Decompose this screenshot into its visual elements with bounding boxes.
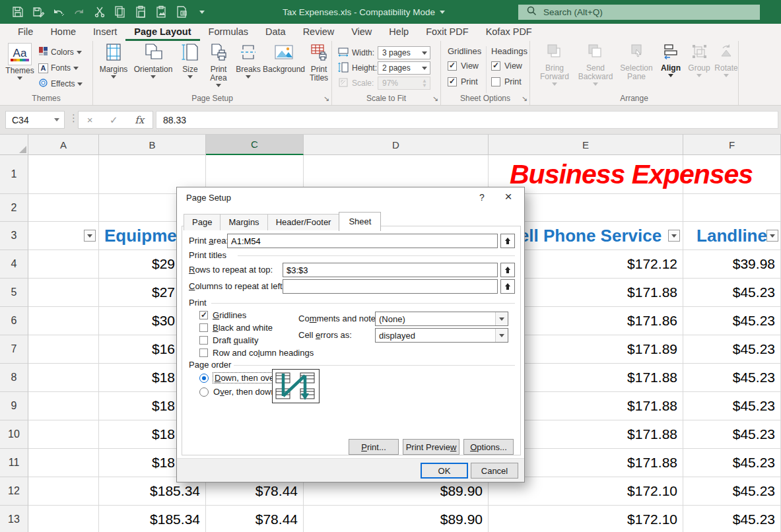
width-select[interactable]: 3 pages (378, 46, 430, 59)
dialog-close-icon[interactable]: × (499, 189, 518, 205)
orientation-button[interactable]: Orientation (130, 43, 176, 79)
tab-file[interactable]: File (9, 24, 42, 41)
cols-repeat-input[interactable] (283, 280, 497, 293)
tab-review[interactable]: Review (294, 24, 343, 41)
cancel-button[interactable]: Cancel (471, 463, 518, 479)
cell-A11[interactable] (28, 449, 99, 477)
print-area-input[interactable] (228, 234, 497, 248)
column-header-E[interactable]: E (489, 135, 683, 155)
row-header-12[interactable]: 12 (0, 477, 28, 506)
filter-dropdown-icon[interactable] (766, 230, 778, 242)
qat-customize-icon[interactable] (195, 5, 209, 19)
dialog-tab-sheet[interactable]: Sheet (339, 212, 381, 231)
cell-F5[interactable]: $45.23 (683, 279, 781, 307)
row-header-11[interactable]: 11 (0, 449, 28, 477)
cell-F7[interactable]: $45.23 (683, 335, 781, 364)
rotate-button[interactable]: Rotate (714, 43, 739, 77)
dialog-help-button[interactable]: ? (474, 190, 490, 205)
row-header-8[interactable]: 8 (0, 364, 28, 392)
print-area-button[interactable]: Print Area (203, 43, 234, 87)
cell-D13[interactable]: $89.90 (304, 506, 489, 532)
tab-page-layout[interactable]: Page Layout (125, 24, 199, 41)
rows-repeat-collapse-button[interactable] (500, 263, 515, 277)
cell-E13[interactable]: $172.10 (489, 506, 683, 532)
row-header-1[interactable]: 1 (0, 155, 28, 194)
background-button[interactable]: Background (262, 43, 306, 74)
black-and-white-checkbox[interactable]: Black and white (199, 323, 273, 333)
row-header-7[interactable]: 7 (0, 335, 28, 364)
tab-home[interactable]: Home (42, 24, 85, 41)
row-header-6[interactable]: 6 (0, 307, 28, 335)
cell-A10[interactable] (28, 420, 99, 449)
size-button[interactable]: Size (178, 43, 203, 79)
options-button[interactable]: Options... (463, 439, 514, 455)
draft-quality-checkbox[interactable]: Draft quality (199, 335, 258, 345)
cell-A8[interactable] (28, 364, 99, 392)
cell-A4[interactable] (28, 250, 99, 279)
align-button[interactable]: Align (657, 43, 685, 77)
tab-kofax-pdf[interactable]: Kofax PDF (477, 24, 541, 41)
cell-F9[interactable]: $45.23 (683, 392, 781, 420)
print-titles-button[interactable]: Print Titles (306, 43, 332, 83)
cell-A13[interactable] (28, 506, 99, 532)
selection-pane-button[interactable]: Selection Pane (617, 43, 656, 81)
row-header-3[interactable]: 3 (0, 222, 28, 250)
paste-picture-icon[interactable] (154, 5, 168, 19)
tab-data[interactable]: Data (257, 24, 294, 41)
page-setup-dialog-launcher-icon[interactable]: ↘ (323, 94, 329, 103)
cell-C13[interactable]: $78.44 (206, 506, 304, 532)
dialog-tab-page[interactable]: Page (184, 214, 221, 230)
formula-input[interactable] (156, 112, 778, 128)
undo-icon[interactable] (51, 5, 66, 19)
dialog-tab-margins[interactable]: Margins (220, 214, 267, 230)
name-box[interactable]: C34 (5, 111, 65, 129)
headings-view-checkbox[interactable]: View (491, 61, 522, 71)
row-column-headings-checkbox[interactable]: Row and column headings (199, 348, 314, 358)
title-dropdown-icon[interactable] (440, 11, 445, 14)
cell-F11[interactable]: $45.23 (683, 449, 781, 477)
ok-button[interactable]: OK (421, 463, 468, 479)
row-header-2[interactable]: 2 (0, 194, 28, 222)
gridlines-view-checkbox[interactable]: View (448, 61, 479, 71)
height-select[interactable]: 2 pages (378, 61, 430, 75)
select-all-corner[interactable] (0, 135, 28, 155)
cell-F2[interactable] (683, 194, 781, 222)
cell-F8[interactable]: $45.23 (683, 364, 781, 392)
row-header-10[interactable]: 10 (0, 420, 28, 449)
headings-print-checkbox[interactable]: Print (491, 77, 522, 86)
dialog-tab-header-footer[interactable]: Header/Footer (267, 214, 340, 230)
margins-button[interactable]: Margins (97, 43, 130, 79)
breaks-button[interactable]: Breaks (234, 43, 262, 79)
print-preview-button[interactable]: Print Preview (403, 439, 459, 455)
print-area-collapse-button[interactable] (500, 234, 515, 248)
group-button[interactable]: Group (686, 43, 712, 77)
redo-icon[interactable] (72, 5, 86, 19)
filter-dropdown-icon[interactable] (668, 230, 680, 242)
tab-view[interactable]: View (343, 24, 380, 41)
effects-button[interactable]: Effects (38, 77, 83, 90)
row-header-13[interactable]: 13 (0, 506, 28, 532)
print-button[interactable]: Print... (349, 439, 399, 455)
cell-F3[interactable]: Landline (683, 222, 781, 250)
cell-A2[interactable] (28, 194, 99, 222)
cell-F12[interactable]: $45.23 (683, 477, 781, 506)
scale-to-fit-dialog-launcher-icon[interactable]: ↘ (432, 94, 438, 103)
row-header-5[interactable]: 5 (0, 279, 28, 307)
cell-A6[interactable] (28, 307, 99, 335)
column-header-B[interactable]: B (99, 135, 206, 155)
cell-errors-select[interactable]: displayed (375, 328, 508, 343)
tab-formulas[interactable]: Formulas (200, 24, 257, 41)
insert-function-icon[interactable]: fx (135, 114, 144, 126)
tab-foxit-pdf[interactable]: Foxit PDF (417, 24, 477, 41)
cols-repeat-collapse-button[interactable] (500, 279, 515, 294)
themes-button[interactable]: Aa Themes (5, 43, 34, 80)
rows-repeat-input[interactable] (283, 263, 497, 277)
cell-F6[interactable]: $45.23 (683, 307, 781, 335)
column-header-C[interactable]: C (206, 135, 304, 155)
bring-forward-button[interactable]: Bring Forward (536, 43, 573, 86)
cell-B13[interactable]: $185.34 (99, 506, 206, 532)
sheet-options-dialog-launcher-icon[interactable]: ↘ (522, 94, 527, 103)
cell-F10[interactable]: $45.23 (683, 420, 781, 449)
save-as-icon[interactable] (31, 5, 46, 19)
cell-F13[interactable]: $45.23 (683, 506, 781, 532)
